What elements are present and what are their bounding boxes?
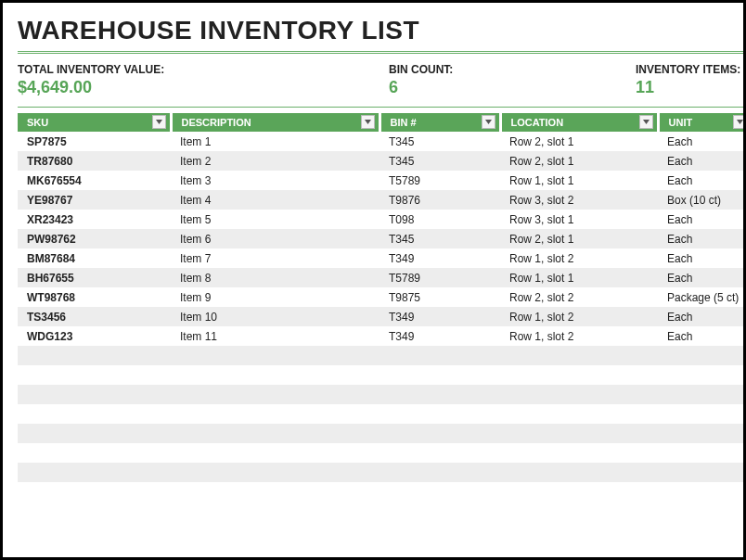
cell-bin: T9876 (379, 190, 500, 210)
col-header-location[interactable]: LOCATION (500, 113, 658, 132)
divider-single (18, 107, 743, 108)
filter-button-unit[interactable] (733, 115, 746, 129)
chevron-down-icon (737, 120, 743, 124)
cell-unit: Each (658, 268, 746, 287)
cell-description: Item 5 (171, 210, 379, 229)
table-row[interactable]: SP7875Item 1T345Row 2, slot 1Each (18, 132, 746, 151)
table-row-empty (18, 404, 746, 424)
cell-empty (18, 482, 171, 502)
cell-empty (18, 404, 171, 424)
cell-unit: Each (658, 132, 746, 151)
col-header-sku[interactable]: SKU (18, 113, 171, 132)
cell-empty (500, 424, 658, 443)
cell-location: Row 3, slot 1 (500, 210, 658, 229)
cell-unit: Each (658, 229, 746, 248)
filter-button-location[interactable] (639, 115, 653, 129)
divider-double (18, 51, 743, 54)
cell-unit: Each (658, 210, 746, 229)
cell-empty (500, 385, 658, 404)
cell-empty (658, 404, 746, 424)
col-header-unit[interactable]: UNIT (658, 113, 746, 132)
table-row[interactable]: PW98762Item 6T345Row 2, slot 1Each (18, 229, 746, 248)
cell-location: Row 1, slot 2 (500, 326, 658, 346)
table-row[interactable]: YE98767Item 4T9876Row 3, slot 2Box (10 c… (18, 190, 746, 210)
cell-bin: T9875 (379, 287, 500, 307)
table-row-empty (18, 443, 746, 463)
inventory-items-value: 11 (636, 78, 743, 97)
table-row-empty (18, 482, 746, 502)
table-row[interactable]: BM87684Item 7T349Row 1, slot 2Each (18, 248, 746, 268)
total-value: $4,649.00 (18, 78, 389, 97)
page-title: WAREHOUSE INVENTORY LIST (18, 16, 743, 45)
svg-marker-0 (156, 120, 162, 124)
inventory-items-label: INVENTORY ITEMS: (636, 63, 743, 76)
filter-button-description[interactable] (361, 115, 375, 129)
filter-button-sku[interactable] (152, 115, 166, 129)
bin-count-label: BIN COUNT: (389, 63, 636, 76)
svg-marker-3 (643, 120, 650, 124)
table-row-empty (18, 463, 746, 482)
bin-count-value: 6 (389, 78, 636, 97)
cell-sku: BH67655 (18, 268, 171, 287)
cell-unit: Each (658, 151, 746, 171)
svg-marker-1 (365, 120, 371, 124)
cell-location: Row 2, slot 1 (500, 132, 658, 151)
cell-empty (379, 424, 500, 443)
cell-empty (171, 482, 379, 502)
cell-empty (500, 404, 658, 424)
cell-empty (18, 385, 171, 404)
cell-description: Item 1 (171, 132, 379, 151)
cell-location: Row 1, slot 1 (500, 268, 658, 287)
col-header-location-label: LOCATION (511, 117, 564, 128)
cell-empty (379, 443, 500, 463)
cell-bin: T5789 (379, 268, 500, 287)
table-row[interactable]: MK676554Item 3T5789Row 1, slot 1Each (18, 171, 746, 190)
cell-empty (658, 463, 746, 482)
cell-description: Item 7 (171, 248, 379, 268)
col-header-bin[interactable]: BIN # (379, 113, 500, 132)
table-row-empty (18, 385, 746, 404)
filter-button-bin[interactable] (482, 115, 495, 129)
cell-empty (500, 365, 658, 385)
cell-empty (379, 482, 500, 502)
cell-unit: Each (658, 307, 746, 326)
table-row[interactable]: WT98768Item 9T9875Row 2, slot 2Package (… (18, 287, 746, 307)
table-row[interactable]: TR87680Item 2T345Row 2, slot 1Each (18, 151, 746, 171)
cell-bin: T345 (379, 132, 500, 151)
cell-empty (18, 443, 171, 463)
cell-location: Row 1, slot 1 (500, 171, 658, 190)
cell-empty (379, 463, 500, 482)
table-row[interactable]: WDG123Item 11T349Row 1, slot 2Each (18, 326, 746, 346)
cell-empty (171, 346, 379, 365)
cell-description: Item 10 (171, 307, 379, 326)
table-row-empty (18, 346, 746, 365)
chevron-down-icon (156, 120, 162, 124)
cell-empty (379, 404, 500, 424)
cell-description: Item 8 (171, 268, 379, 287)
col-header-description[interactable]: DESCRIPTION (171, 113, 379, 132)
cell-empty (500, 346, 658, 365)
summary-bar: TOTAL INVENTORY VALUE: $4,649.00 BIN COU… (18, 63, 743, 97)
table-row-empty (18, 365, 746, 385)
cell-sku: WT98768 (18, 287, 171, 307)
table-row[interactable]: TS3456Item 10T349Row 1, slot 2Each (18, 307, 746, 326)
cell-sku: WDG123 (18, 326, 171, 346)
cell-bin: T345 (379, 229, 500, 248)
cell-empty (18, 365, 171, 385)
cell-bin: T349 (379, 326, 500, 346)
cell-sku: MK676554 (18, 171, 171, 190)
table-row[interactable]: XR23423Item 5T098Row 3, slot 1Each (18, 210, 746, 229)
cell-unit: Each (658, 171, 746, 190)
inventory-table: SKU DESCRIPTION BIN # (18, 113, 743, 502)
cell-bin: T349 (379, 307, 500, 326)
table-row-empty (18, 424, 746, 443)
cell-location: Row 2, slot 1 (500, 229, 658, 248)
table-row[interactable]: BH67655Item 8T5789Row 1, slot 1Each (18, 268, 746, 287)
cell-empty (379, 385, 500, 404)
total-value-label: TOTAL INVENTORY VALUE: (18, 63, 389, 76)
cell-unit: Package (5 ct) (658, 287, 746, 307)
cell-empty (171, 424, 379, 443)
cell-empty (18, 463, 171, 482)
cell-empty (658, 424, 746, 443)
cell-empty (658, 385, 746, 404)
